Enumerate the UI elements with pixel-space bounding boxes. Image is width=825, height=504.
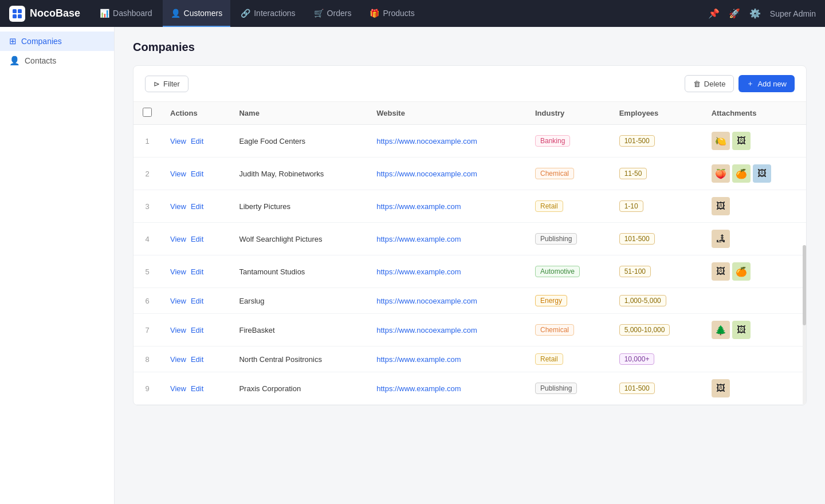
view-link[interactable]: View — [170, 235, 186, 243]
attachment-thumbnail[interactable]: 🖼 — [753, 164, 771, 183]
edit-link[interactable]: Edit — [191, 355, 203, 364]
industry-badge: Energy — [535, 295, 567, 306]
company-name: Eagle Food Centers — [230, 125, 367, 158]
edit-link[interactable]: Edit — [191, 326, 203, 334]
employees-badge: 51-100 — [619, 266, 651, 277]
settings-icon[interactable]: ⚙️ — [749, 8, 761, 19]
edit-link[interactable]: Edit — [191, 297, 203, 305]
delete-button[interactable]: 🗑 Delete — [685, 75, 734, 92]
top-nav: NocoBase 📊 Dashboard 👤 Customers 🔗 Inter… — [0, 0, 825, 27]
sidebar-label-contacts: Contacts — [25, 56, 56, 65]
edit-link[interactable]: Edit — [191, 235, 203, 243]
employees-badge: 101-500 — [619, 383, 655, 394]
industry-badge: Retail — [535, 353, 563, 365]
scrollbar-track[interactable] — [803, 245, 806, 405]
attachments-cell: 🍋🖼 — [712, 132, 797, 150]
attachment-thumbnail[interactable]: 🖼 — [712, 262, 730, 281]
industry-badge: Banking — [535, 135, 570, 147]
sidebar: ⊞ Companies 👤 Contacts — [0, 27, 115, 504]
user-label[interactable]: Super Admin — [770, 9, 816, 18]
companies-table: Actions Name Website Industry Employees … — [133, 102, 806, 405]
table-row: 7ViewEditFireBaskethttps://www.nocoexamp… — [133, 314, 806, 346]
table-row: 5ViewEditTantamount Studioshttps://www.e… — [133, 255, 806, 288]
nav-customers[interactable]: 👤 Customers — [163, 0, 231, 27]
employees-badge: 101-500 — [619, 135, 655, 147]
col-website: Website — [367, 102, 526, 125]
col-industry: Industry — [526, 102, 610, 125]
table-row: 4ViewEditWolf Searchlight Pictureshttps:… — [133, 223, 806, 255]
pin-icon[interactable]: 📌 — [708, 8, 720, 19]
table-row: 3ViewEditLiberty Pictureshttps://www.exa… — [133, 190, 806, 223]
view-link[interactable]: View — [170, 170, 186, 178]
edit-link[interactable]: Edit — [191, 384, 203, 393]
attachment-thumbnail[interactable]: 🍊 — [732, 164, 751, 183]
view-link[interactable]: View — [170, 384, 186, 393]
view-link[interactable]: View — [170, 202, 186, 211]
table-row: 8ViewEditNorth Central Positronicshttps:… — [133, 346, 806, 372]
nav-orders[interactable]: 🛒 Orders — [306, 0, 360, 27]
company-name: Earslug — [230, 288, 367, 314]
logo[interactable]: NocoBase — [9, 6, 80, 22]
website-link[interactable]: https://www.example.com — [376, 235, 461, 243]
website-link[interactable]: https://www.nocoexample.com — [376, 326, 477, 334]
attachment-thumbnail[interactable]: 🍑 — [712, 164, 730, 183]
website-link[interactable]: https://www.nocoexample.com — [376, 170, 477, 178]
attachment-thumbnail[interactable]: 🖼 — [712, 197, 730, 215]
scrollbar-thumb[interactable] — [803, 245, 806, 325]
company-name: Wolf Searchlight Pictures — [230, 223, 367, 255]
contact-icon: 👤 — [9, 56, 20, 66]
website-link[interactable]: https://www.example.com — [376, 202, 461, 211]
edit-link[interactable]: Edit — [191, 202, 203, 211]
select-all-checkbox[interactable] — [143, 108, 152, 117]
attachments-cell: 🍑🍊🖼 — [712, 164, 797, 183]
view-link[interactable]: View — [170, 137, 186, 145]
sidebar-item-contacts[interactable]: 👤 Contacts — [0, 51, 114, 70]
edit-link[interactable]: Edit — [191, 170, 203, 178]
col-actions: Actions — [161, 102, 230, 125]
attachments-cell: 🌲🖼 — [712, 321, 797, 339]
employees-badge: 5,000-10,000 — [619, 324, 670, 336]
col-employees: Employees — [610, 102, 702, 125]
attachment-thumbnail[interactable]: 🍊 — [732, 262, 751, 281]
view-link[interactable]: View — [170, 326, 186, 334]
filter-button[interactable]: ⊳ Filter — [145, 76, 188, 92]
attachment-thumbnail[interactable]: 🌲 — [712, 321, 730, 339]
attachment-thumbnail[interactable]: 🖼 — [732, 321, 751, 339]
attachment-thumbnail[interactable]: 🖼 — [732, 132, 751, 150]
main-content: Companies ⊳ Filter 🗑 Delete ＋ Add new — [115, 27, 825, 504]
attachment-thumbnail[interactable]: 🏞 — [712, 230, 730, 248]
page-title: Companies — [133, 41, 807, 54]
sidebar-label-companies: Companies — [21, 37, 62, 46]
table-row: 9ViewEditPraxis Corporationhttps://www.e… — [133, 372, 806, 405]
layout: ⊞ Companies 👤 Contacts Companies ⊳ Filte… — [0, 27, 825, 504]
nav-interactions[interactable]: 🔗 Interactions — [233, 0, 303, 27]
attachments-cell: 🖼 — [712, 197, 797, 215]
employees-badge: 1-10 — [619, 200, 643, 212]
nav-dashboard[interactable]: 📊 Dashboard — [92, 0, 160, 27]
add-new-button[interactable]: ＋ Add new — [738, 75, 795, 92]
attachment-thumbnail[interactable]: 🖼 — [712, 379, 730, 397]
edit-link[interactable]: Edit — [191, 267, 203, 276]
share-icon[interactable]: 🚀 — [729, 8, 740, 19]
sidebar-item-companies[interactable]: ⊞ Companies — [0, 32, 114, 51]
employees-badge: 11-50 — [619, 168, 647, 179]
attachments-cell: 🏞 — [712, 230, 797, 248]
view-link[interactable]: View — [170, 355, 186, 364]
website-link[interactable]: https://www.nocoexample.com — [376, 297, 477, 305]
svg-rect-3 — [18, 14, 22, 18]
view-link[interactable]: View — [170, 297, 186, 305]
edit-link[interactable]: Edit — [191, 137, 203, 145]
website-link[interactable]: https://www.example.com — [376, 355, 461, 364]
attachments-cell: 🖼🍊 — [712, 262, 797, 281]
attachment-thumbnail[interactable]: 🍋 — [712, 132, 730, 150]
plus-icon: ＋ — [747, 78, 754, 89]
toolbar-right: 🗑 Delete ＋ Add new — [685, 75, 795, 92]
col-name: Name — [230, 102, 367, 125]
nav-products[interactable]: 🎁 Products — [362, 0, 422, 27]
website-link[interactable]: https://www.example.com — [376, 384, 461, 393]
attachments-cell: 🖼 — [712, 379, 797, 397]
industry-badge: Chemical — [535, 168, 574, 179]
view-link[interactable]: View — [170, 267, 186, 276]
website-link[interactable]: https://www.nocoexample.com — [376, 137, 477, 145]
website-link[interactable]: https://www.example.com — [376, 267, 461, 276]
